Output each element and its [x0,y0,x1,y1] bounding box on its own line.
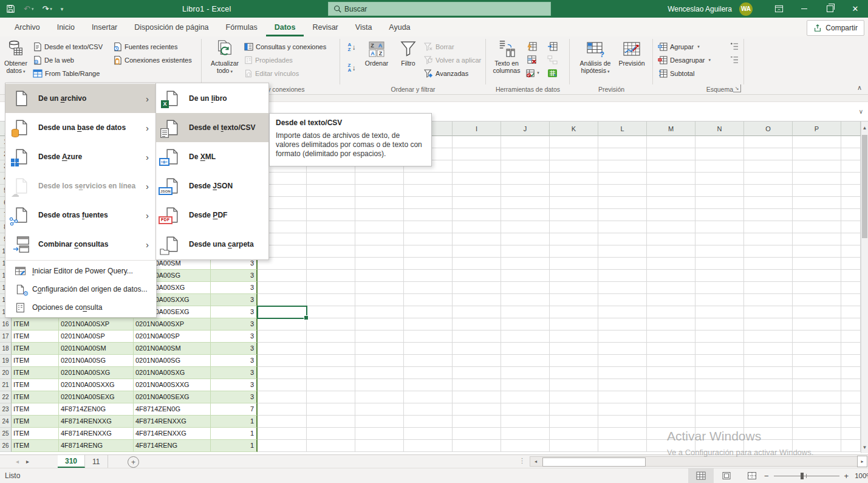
cell[interactable] [695,343,744,355]
cell[interactable] [841,282,861,294]
cell[interactable] [307,258,355,270]
menu-item-desde-pdf[interactable]: PDFDesde PDF [156,200,268,230]
redo-button[interactable]: ↷▾ [42,4,52,13]
cell[interactable] [841,391,861,403]
cell[interactable] [793,355,841,367]
cell[interactable] [258,355,307,367]
cell[interactable] [307,440,355,452]
cell[interactable] [695,306,744,318]
cell[interactable] [501,209,550,221]
cell[interactable]: 0201N0A00SM [59,343,134,355]
tab-formulas[interactable]: Fórmulas [217,18,266,36]
cell[interactable]: ITEM [12,367,59,379]
cell[interactable] [647,428,695,440]
cell[interactable] [501,403,550,416]
cell[interactable] [355,173,404,185]
cell[interactable] [598,416,647,428]
cell[interactable] [307,173,355,185]
cell[interactable] [258,391,307,403]
cell[interactable]: 0201N0A00SP [134,331,211,343]
queries-connections-button[interactable]: Consultas y conexiones [244,40,326,53]
cell[interactable]: ITEM [12,428,59,440]
cell[interactable] [695,331,744,343]
cell[interactable] [404,367,453,379]
sort-ascending-button[interactable]: AZ↓ [345,41,358,53]
cell[interactable]: 3 [211,294,258,306]
avatar[interactable]: WA [739,2,753,16]
cell[interactable] [307,367,355,379]
cell[interactable] [501,197,550,209]
cell[interactable] [550,221,598,233]
cell[interactable] [695,391,744,403]
cell[interactable] [501,233,550,245]
cell[interactable] [258,282,307,294]
cell[interactable] [841,258,861,270]
text-to-columns-button[interactable]: Texto en columnas [490,38,524,74]
cell[interactable] [695,416,744,428]
cell[interactable] [453,367,501,379]
cell[interactable] [598,367,647,379]
customize-quick-access-button[interactable]: ▾ [61,6,64,12]
collapse-ribbon-icon[interactable]: ∧ [857,84,862,92]
cell[interactable] [598,331,647,343]
cell[interactable] [744,160,793,173]
cell[interactable] [695,379,744,391]
cell[interactable] [841,160,861,173]
cell[interactable]: ITEM [12,403,59,416]
cell[interactable] [598,136,647,148]
cell[interactable]: 3 [211,306,258,318]
cell[interactable]: 0201N0A00SXG [59,367,134,379]
cell[interactable]: 3 [211,343,258,355]
menu-item-configuracion-origen-datos[interactable]: ⚙Configuración del origen de datos... [5,280,156,298]
cell[interactable]: 3 [211,331,258,343]
cell[interactable] [550,282,598,294]
tab-datos[interactable]: Datos [266,18,304,36]
cell[interactable] [793,209,841,221]
cell[interactable] [453,294,501,306]
cell[interactable] [404,270,453,282]
cell[interactable] [598,258,647,270]
cell[interactable] [598,318,647,331]
cell[interactable] [841,343,861,355]
cell[interactable] [598,270,647,282]
cell[interactable] [550,367,598,379]
cell[interactable] [647,270,695,282]
cell[interactable] [647,306,695,318]
cell[interactable] [744,343,793,355]
cell[interactable] [598,173,647,185]
cell[interactable] [404,331,453,343]
add-sheet-button[interactable]: + [128,456,139,468]
cell[interactable]: 0201N0A00SEXG [134,391,211,403]
cell[interactable] [647,318,695,331]
cell[interactable] [307,197,355,209]
cell[interactable] [550,160,598,173]
menu-item-desde-el-texto-csv[interactable]: Desde el texto/CSV [156,113,268,142]
cell[interactable] [550,403,598,416]
tab-insertar[interactable]: Insertar [83,18,126,36]
cell[interactable]: 0201N0A00SXP [134,318,211,331]
cell[interactable] [258,270,307,282]
cell[interactable] [695,245,744,258]
cell[interactable] [453,136,501,148]
cell[interactable] [744,197,793,209]
cell[interactable] [404,306,453,318]
cell[interactable] [744,318,793,331]
menu-item-iniciar-editor-power-query[interactable]: Iniciar Editor de Power Query... [5,262,156,280]
cell[interactable] [598,148,647,160]
cell[interactable] [793,331,841,343]
cell[interactable] [793,343,841,355]
from-text-csv-button[interactable]: Desde el texto/CSV [33,40,103,53]
cell[interactable] [550,343,598,355]
cell[interactable] [501,148,550,160]
cell[interactable] [695,294,744,306]
restore-button[interactable] [817,0,842,18]
cell[interactable] [744,294,793,306]
cell[interactable] [744,403,793,416]
cell[interactable] [550,185,598,197]
cell[interactable] [355,318,404,331]
cell[interactable] [550,440,598,452]
cell[interactable] [647,355,695,367]
cell[interactable] [453,403,501,416]
menu-item-desde-una-carpeta[interactable]: Desde una carpeta [156,230,268,259]
cell[interactable] [355,294,404,306]
